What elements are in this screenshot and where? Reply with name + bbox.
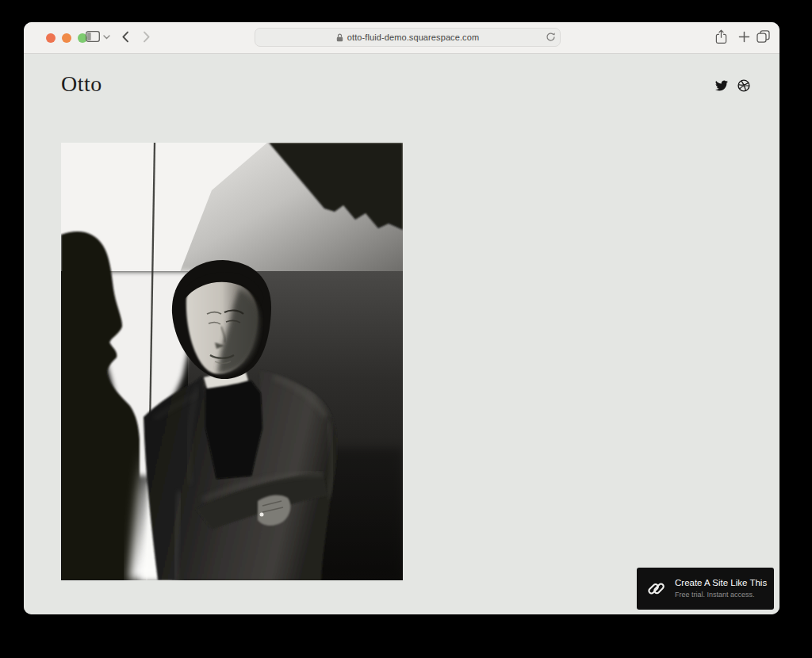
badge-title: Create A Site Like This [675,577,767,588]
address-bar[interactable]: otto-fluid-demo.squarespace.com [255,28,561,47]
dribbble-icon [737,79,750,92]
social-links [715,79,750,92]
minimize-icon [62,33,71,43]
share-button[interactable] [715,29,727,44]
reload-button[interactable] [546,32,556,44]
badge-text: Create A Site Like This Free trial. Inst… [675,577,767,599]
site-logo[interactable]: Otto [61,73,102,95]
close-button[interactable] [46,33,56,43]
tabs-icon [756,30,770,43]
tab-overview-button[interactable] [756,30,770,43]
back-button[interactable] [121,31,129,43]
chevron-down-icon [103,35,110,40]
share-icon [715,29,727,44]
portrait-photo [61,143,403,580]
window-controls [46,33,87,43]
twitter-icon [715,80,728,91]
badge-subtitle: Free trial. Instant access. [675,591,767,600]
close-icon [46,33,56,43]
sidebar-icon [86,31,100,42]
forward-button[interactable] [143,31,151,43]
new-tab-button[interactable] [738,31,750,43]
lock-icon [336,33,343,42]
browser-toolbar: otto-fluid-demo.squarespace.com [24,22,779,54]
refresh-icon [546,32,556,42]
page-content: Otto [24,54,779,614]
twitter-link[interactable] [715,80,728,91]
url-text: otto-fluid-demo.squarespace.com [347,33,479,42]
screenshot-stage: otto-fluid-demo.squarespace.com [0,0,812,658]
browser-window: otto-fluid-demo.squarespace.com [24,22,779,614]
squarespace-logo-icon [647,580,665,598]
chevron-right-icon [143,31,151,43]
squarespace-badge[interactable]: Create A Site Like This Free trial. Inst… [637,568,774,610]
sidebar-menu-button[interactable] [103,35,110,40]
minimize-button[interactable] [62,33,71,43]
dribbble-link[interactable] [737,79,750,92]
plus-icon [738,31,750,43]
chevron-left-icon [121,31,129,43]
sidebar-toggle-button[interactable] [86,31,100,42]
